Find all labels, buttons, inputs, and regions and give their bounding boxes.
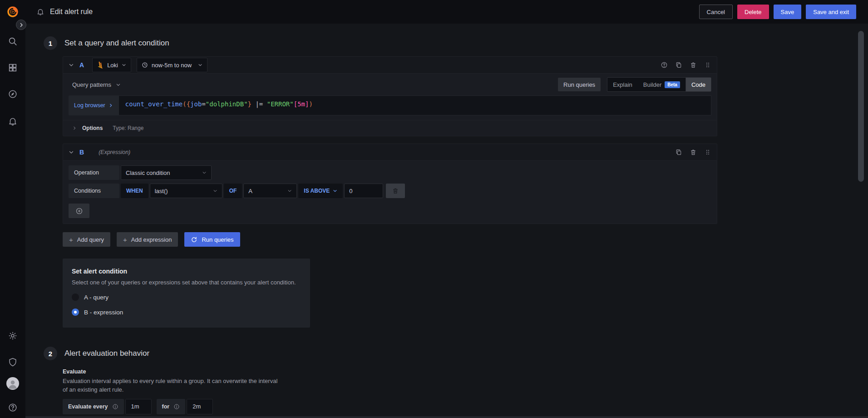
- expression-b-kind: (Expression): [99, 149, 130, 155]
- log-browser-button[interactable]: Log browser: [69, 95, 118, 115]
- alert-bell-icon: [36, 8, 44, 16]
- duplicate-query-icon[interactable]: [675, 61, 682, 69]
- loki-logo-icon: [97, 61, 104, 69]
- save-and-exit-button[interactable]: Save and exit: [806, 5, 856, 19]
- save-button[interactable]: Save: [774, 5, 802, 19]
- for-input[interactable]: [187, 399, 213, 414]
- tab-builder[interactable]: Builder Beta: [638, 78, 686, 91]
- query-a-ref: A: [79, 61, 84, 69]
- nav-sidebar: [0, 24, 25, 418]
- cancel-button[interactable]: Cancel: [699, 5, 733, 19]
- step-1-badge: 1: [44, 36, 57, 50]
- clock-icon: [142, 62, 148, 68]
- operation-select[interactable]: Classic condition: [121, 165, 212, 180]
- query-options-toggle[interactable]: Options Type: Range: [63, 120, 717, 136]
- step-1-title: Set a query and alert condition: [64, 39, 169, 48]
- expression-b-ref: B: [79, 149, 84, 156]
- condition-card-title: Set alert condition: [72, 268, 301, 275]
- for-text: for: [162, 403, 170, 410]
- evaluate-description: Evaluation interval applies to every rul…: [63, 377, 281, 394]
- operation-label: Operation: [69, 165, 119, 180]
- run-queries-label: Run queries: [202, 236, 233, 243]
- info-icon[interactable]: [112, 403, 118, 410]
- settings-gear-icon[interactable]: [8, 331, 18, 341]
- remove-expression-icon[interactable]: [690, 149, 697, 156]
- when-chip: WHEN: [121, 184, 148, 198]
- delete-button[interactable]: Delete: [737, 5, 769, 19]
- beta-badge: Beta: [665, 81, 680, 88]
- radio-unchecked[interactable]: [72, 294, 79, 301]
- step-2-badge: 2: [44, 347, 57, 360]
- plus-circle-icon: [75, 207, 83, 215]
- evaluate-every-input[interactable]: [125, 399, 152, 414]
- chevron-right-icon: [108, 103, 113, 108]
- query-a-panel: A Loki: [63, 56, 717, 136]
- help-icon[interactable]: [8, 403, 18, 413]
- query-help-icon[interactable]: [661, 61, 668, 69]
- time-range-value: now-5m to now: [152, 62, 192, 69]
- drag-handle-icon[interactable]: [704, 61, 711, 69]
- vertical-scrollbar[interactable]: [858, 31, 864, 182]
- expression-b-panel: B (Expression): [63, 144, 717, 224]
- chevron-down-icon: [122, 63, 126, 67]
- run-queries-button[interactable]: Run queries: [184, 232, 240, 247]
- query-ref-select[interactable]: A: [243, 184, 297, 198]
- add-condition-button[interactable]: [69, 204, 89, 218]
- datasource-name: Loki: [107, 62, 118, 69]
- time-range-picker[interactable]: now-5m to now: [137, 58, 207, 72]
- conditions-label: Conditions: [69, 184, 119, 198]
- duplicate-expression-icon[interactable]: [675, 149, 682, 156]
- remove-query-icon[interactable]: [690, 61, 697, 69]
- collapse-query-a-icon[interactable]: [69, 62, 74, 68]
- reducer-function-select[interactable]: last(): [150, 184, 222, 198]
- explore-compass-icon[interactable]: [8, 89, 18, 99]
- run-queries-small-button[interactable]: Run queries: [558, 78, 601, 91]
- info-icon[interactable]: [173, 403, 180, 410]
- condition-option-a-label: A - query: [84, 294, 108, 301]
- search-icon[interactable]: [8, 36, 18, 46]
- options-type-value: Type: Range: [113, 125, 143, 131]
- condition-option-a[interactable]: A - query: [72, 294, 301, 301]
- security-shield-icon[interactable]: [8, 357, 18, 367]
- query-code-editor[interactable]: count_over_time({job="dolphinDB"} |= "ER…: [118, 95, 711, 115]
- plus-icon: +: [69, 236, 73, 244]
- datasource-picker[interactable]: Loki: [92, 58, 131, 72]
- radio-checked[interactable]: [72, 309, 79, 316]
- query-patterns-dropdown[interactable]: Query patterns: [72, 81, 121, 88]
- chevron-down-icon: [116, 82, 121, 87]
- user-avatar[interactable]: [6, 377, 19, 390]
- chevron-right-icon: [72, 126, 77, 130]
- add-expression-button[interactable]: + Add expression: [117, 232, 178, 247]
- sidebar-expand-button[interactable]: [16, 20, 26, 30]
- alerting-bell-icon[interactable]: [8, 116, 18, 126]
- evaluate-every-label: Evaluate every: [63, 399, 124, 414]
- evaluator-select[interactable]: IS ABOVE: [298, 184, 343, 198]
- plus-icon: +: [123, 236, 127, 244]
- query-ref-value: A: [248, 188, 252, 194]
- delete-condition-button[interactable]: [386, 184, 405, 198]
- drag-handle-icon[interactable]: [704, 149, 711, 156]
- operation-value: Classic condition: [126, 169, 170, 176]
- log-browser-label: Log browser: [74, 102, 105, 109]
- collapse-expression-b-icon[interactable]: [69, 149, 74, 155]
- condition-option-b[interactable]: B - expression: [72, 309, 301, 316]
- tab-explain[interactable]: Explain: [607, 78, 638, 91]
- for-label: for: [157, 399, 186, 414]
- refresh-icon: [191, 236, 197, 243]
- grafana-edit-alert-rule-page: Edit alert rule Cancel Delete Save Save …: [0, 0, 868, 418]
- grafana-logo[interactable]: [0, 5, 25, 18]
- condition-option-b-label: B - expression: [84, 309, 123, 316]
- chevron-down-icon: [333, 189, 337, 193]
- top-bar: Edit alert rule Cancel Delete Save Save …: [0, 0, 868, 24]
- add-expression-label: Add expression: [131, 236, 172, 243]
- threshold-input[interactable]: [344, 184, 383, 198]
- editor-mode-toggle: Explain Builder Beta Code: [607, 77, 711, 92]
- evaluate-heading: Evaluate: [63, 368, 868, 375]
- tab-code[interactable]: Code: [686, 78, 711, 91]
- dashboards-grid-icon[interactable]: [8, 63, 18, 73]
- evaluate-every-text: Evaluate every: [68, 403, 108, 410]
- evaluator-value: IS ABOVE: [304, 188, 330, 194]
- reducer-function-value: last(): [155, 188, 168, 194]
- condition-card-description: Select one of your queries or expression…: [72, 279, 301, 286]
- add-query-button[interactable]: + Add query: [63, 232, 110, 247]
